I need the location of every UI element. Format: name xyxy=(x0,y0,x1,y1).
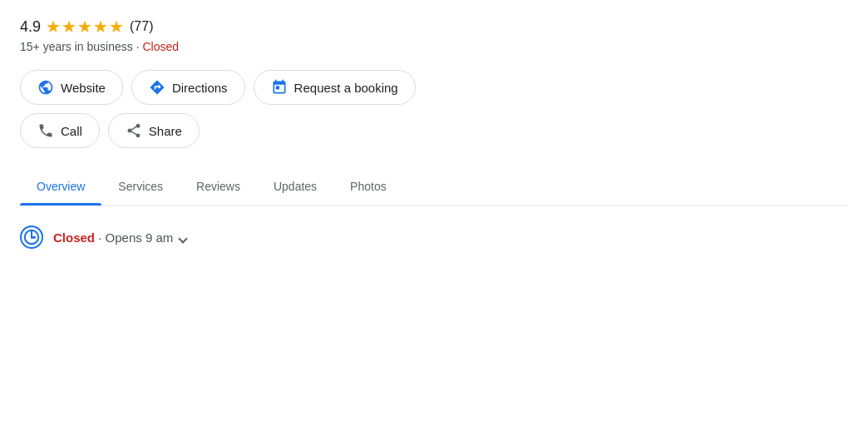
website-button[interactable]: Website xyxy=(20,70,123,105)
tab-photos[interactable]: Photos xyxy=(333,168,403,205)
tab-updates[interactable]: Updates xyxy=(257,168,333,205)
tabs-container: Overview Services Reviews Updates Photos xyxy=(20,168,848,206)
share-button[interactable]: Share xyxy=(108,113,200,148)
hours-text: Closed · Opens 9 am xyxy=(53,230,186,245)
website-label: Website xyxy=(61,81,106,95)
share-label: Share xyxy=(149,124,182,138)
hours-row: Closed · Opens 9 am xyxy=(20,225,848,249)
tab-reviews[interactable]: Reviews xyxy=(180,168,257,205)
open-closed-status: Closed xyxy=(142,40,179,53)
action-buttons-row-2: Call Share xyxy=(20,113,848,148)
call-button[interactable]: Call xyxy=(20,113,100,148)
request-booking-button[interactable]: Request a booking xyxy=(254,70,416,105)
closed-label: Closed xyxy=(53,230,95,245)
opens-text: Opens 9 am xyxy=(106,230,174,245)
directions-button[interactable]: Directions xyxy=(131,70,245,105)
globe-icon xyxy=(37,79,54,96)
tab-services[interactable]: Services xyxy=(101,168,180,205)
years-in-business: 15+ years in business xyxy=(20,40,133,53)
action-buttons-row-1: Website Directions Request a booking xyxy=(20,70,848,105)
hours-separator: · xyxy=(98,230,105,245)
stars-display: ★★★★★ xyxy=(46,17,125,37)
call-label: Call xyxy=(61,124,82,138)
rating-score: 4.9 xyxy=(20,18,41,36)
request-booking-label: Request a booking xyxy=(294,81,398,95)
booking-icon xyxy=(271,79,288,96)
chevron-down-icon[interactable] xyxy=(179,234,188,243)
clock-icon xyxy=(20,225,43,249)
review-count: (77) xyxy=(130,19,153,34)
svg-point-0 xyxy=(25,230,39,245)
directions-label: Directions xyxy=(172,81,228,95)
business-info: 15+ years in business · Closed xyxy=(20,40,848,53)
rating-row: 4.9 ★★★★★ (77) xyxy=(20,17,848,37)
phone-icon xyxy=(37,122,54,139)
share-icon xyxy=(126,122,142,139)
tab-overview[interactable]: Overview xyxy=(20,168,101,205)
directions-icon xyxy=(149,79,165,96)
